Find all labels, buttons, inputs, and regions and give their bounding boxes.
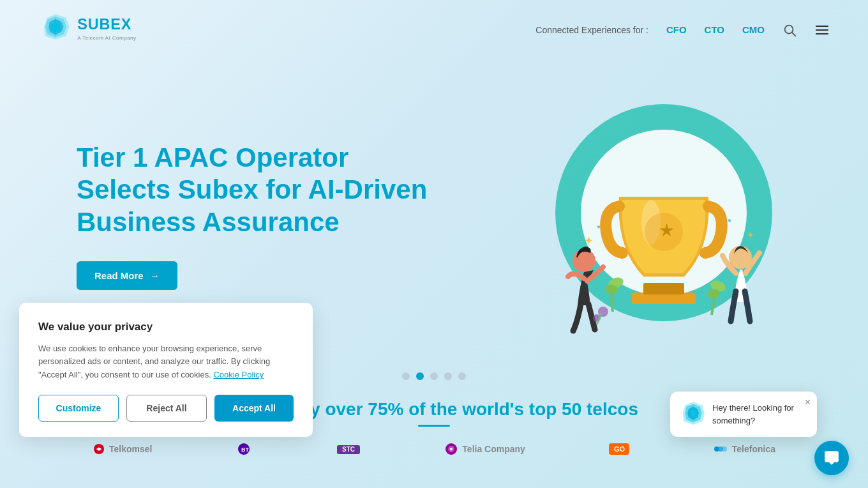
dot-5[interactable] — [458, 372, 466, 380]
svg-text:BT: BT — [241, 446, 249, 453]
telco-stc: STC — [336, 443, 361, 455]
nav-cmo[interactable]: CMO — [742, 24, 765, 35]
bt-icon: BT — [235, 443, 253, 455]
hamburger-icon — [814, 22, 830, 38]
tagline-main: y over 75% of the world's top 50 telcos — [310, 399, 638, 419]
nav-cfo[interactable]: CFO — [666, 24, 687, 35]
svg-text:GO: GO — [614, 445, 625, 453]
chat-message: Hey there! Looking for something? — [712, 402, 805, 427]
chat-bubble-icon — [823, 450, 840, 466]
svg-text:SUBEX: SUBEX — [77, 16, 131, 33]
search-button[interactable] — [782, 23, 797, 37]
subex-logo[interactable]: SUBEX A Telecom AI Company — [38, 9, 153, 50]
telco-telkomsel: Telkomsel — [93, 443, 152, 455]
svg-text:★: ★ — [659, 220, 675, 240]
site-header: SUBEX A Telecom AI Company Connected Exp… — [0, 0, 868, 59]
svg-line-10 — [792, 33, 795, 36]
cookie-buttons: Customize Reject All Accept All — [38, 395, 294, 422]
hero-text-area: Tier 1 APAC Operator Selects Subex for A… — [77, 142, 434, 290]
cookie-banner: We value your privacy We use cookies to … — [19, 303, 313, 437]
logo-area: SUBEX A Telecom AI Company — [38, 9, 153, 50]
accept-all-button[interactable]: Accept All — [214, 395, 294, 422]
svg-point-45 — [722, 446, 727, 452]
reject-all-button[interactable]: Reject All — [126, 395, 207, 422]
telco-telefonica: Telefonica — [713, 442, 775, 456]
cookie-body: We use cookies to enhance your browsing … — [38, 342, 294, 382]
trophy-illustration: ★ — [485, 95, 804, 350]
telco-bt: BT — [235, 443, 253, 455]
dot-4[interactable] — [444, 372, 452, 380]
read-more-arrow: → — [150, 270, 160, 281]
connected-experiences-label: Connected Experiences for : — [535, 25, 648, 35]
stc-icon: STC — [336, 443, 361, 455]
telco-go: GO — [608, 442, 630, 456]
hero-title: Tier 1 APAC Operator Selects Subex for A… — [77, 142, 434, 238]
chat-button[interactable] — [814, 441, 849, 475]
svg-text:STC: STC — [342, 446, 355, 453]
tagline-divider — [418, 425, 450, 427]
hero-illustration: ★ — [485, 95, 804, 337]
svg-text:●: ● — [597, 223, 601, 230]
go-icon: GO — [608, 442, 630, 456]
read-more-button[interactable]: Read More → — [77, 261, 177, 290]
cookie-title: We value your privacy — [38, 321, 294, 333]
main-nav: Connected Experiences for : CFO CTO CMO — [535, 22, 830, 38]
read-more-label: Read More — [94, 270, 144, 281]
svg-text:✦: ✦ — [747, 230, 754, 240]
telia-icon — [444, 442, 458, 456]
dot-1[interactable] — [402, 372, 410, 380]
telco-logos-row: Telkomsel BT STC Telia Company GO — [0, 433, 868, 465]
telkomsel-icon — [93, 443, 105, 455]
search-icon — [782, 23, 797, 37]
svg-point-21 — [572, 249, 595, 272]
svg-text:A Telecom AI Company: A Telecom AI Company — [77, 35, 137, 41]
svg-point-24 — [598, 307, 608, 317]
chat-logo-icon — [682, 402, 705, 425]
svg-text:●: ● — [728, 217, 731, 224]
menu-button[interactable] — [814, 22, 830, 38]
svg-rect-17 — [643, 283, 684, 294]
customize-button[interactable]: Customize — [38, 395, 119, 422]
svg-text:✦: ✦ — [584, 234, 594, 247]
svg-point-40 — [450, 448, 453, 450]
nav-cto[interactable]: CTO — [705, 24, 724, 35]
dot-2[interactable] — [416, 372, 424, 380]
cookie-policy-link[interactable]: Cookie Policy — [213, 370, 264, 379]
dot-3[interactable] — [430, 372, 438, 380]
telefonica-icon — [713, 442, 728, 456]
telco-telia: Telia Company — [444, 442, 525, 456]
chat-close-button[interactable]: × — [805, 397, 811, 408]
chat-popup: × Hey there! Looking for something? — [670, 392, 817, 437]
